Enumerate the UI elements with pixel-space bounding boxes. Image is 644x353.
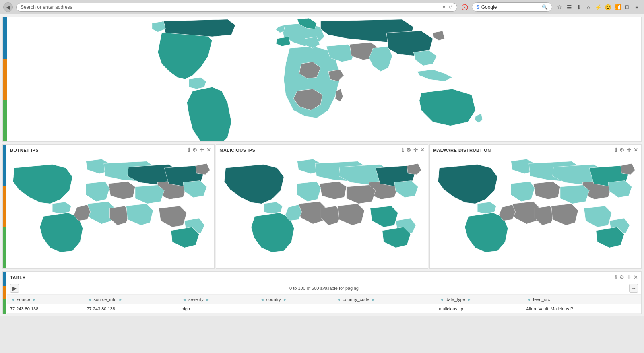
botnet-map-container bbox=[7, 155, 214, 266]
table-close-icon[interactable]: ✕ bbox=[634, 274, 638, 280]
table-inner: TABLE ℹ ⚙ ✛ ✕ ▶ 0 to 100 of 500 availabl… bbox=[7, 272, 641, 314]
col-source-info-label: source_info bbox=[93, 297, 116, 302]
cell-source: 77.243.80.138 bbox=[7, 304, 83, 314]
malware-close-icon[interactable]: ✕ bbox=[634, 147, 638, 153]
botnet-bar-blue bbox=[3, 145, 6, 186]
search-engine-label: Google bbox=[481, 4, 540, 10]
top-map-panel bbox=[2, 17, 642, 142]
col-severity[interactable]: ◄ severity ► bbox=[178, 295, 256, 304]
table-info-icon[interactable]: ℹ bbox=[615, 274, 617, 280]
malicious-title: MALICIOUS IPS bbox=[219, 148, 255, 153]
table-panel-header: TABLE ℹ ⚙ ✛ ✕ bbox=[7, 272, 641, 282]
search-bar[interactable]: S Google 🔍 bbox=[472, 2, 552, 12]
col-source-label: source bbox=[17, 297, 30, 302]
malware-title: MALWARE DISTRUBTION bbox=[433, 148, 491, 153]
col-source[interactable]: ◄ source ► bbox=[7, 295, 83, 304]
maps-row: BOTNET IPS ℹ ⚙ ✛ ✕ bbox=[2, 144, 642, 269]
table-bar-blue bbox=[3, 272, 6, 286]
top-world-map-svg bbox=[8, 17, 641, 141]
malware-map-svg bbox=[430, 155, 641, 266]
malware-move-icon[interactable]: ✛ bbox=[627, 147, 631, 153]
data-type-sort-left: ◄ bbox=[440, 297, 444, 302]
col-country-code-label: country_code bbox=[343, 297, 369, 302]
malware-map-container bbox=[430, 155, 641, 266]
col-country[interactable]: ◄ country ► bbox=[256, 295, 333, 304]
botnet-move-icon[interactable]: ✛ bbox=[200, 147, 204, 153]
color-bar-orange bbox=[3, 59, 7, 100]
col-feed-src[interactable]: ◄ feed_src bbox=[523, 295, 641, 304]
malicious-ips-panel: MALICIOUS IPS ℹ ⚙ ✛ ✕ bbox=[216, 144, 428, 269]
screen-icon[interactable]: 🖥 bbox=[623, 3, 631, 11]
malicious-close-icon[interactable]: ✕ bbox=[420, 147, 425, 153]
bookmark-icon[interactable]: ☆ bbox=[555, 3, 564, 11]
col-country-label: country bbox=[266, 297, 281, 302]
data-type-sort-right: ► bbox=[467, 297, 471, 302]
malicious-map-container bbox=[216, 155, 427, 266]
network-icon[interactable]: ⚡ bbox=[594, 3, 602, 11]
malware-dist-panel: MALWARE DISTRUBTION ℹ ⚙ ✛ ✕ bbox=[429, 144, 642, 269]
malicious-info-icon[interactable]: ℹ bbox=[402, 147, 404, 153]
botnet-bar-orange bbox=[3, 186, 6, 227]
feed-src-sort-left: ◄ bbox=[527, 297, 531, 302]
table-title: TABLE bbox=[10, 275, 25, 280]
malicious-map-svg bbox=[216, 155, 427, 266]
botnet-panel-icons: ℹ ⚙ ✛ ✕ bbox=[188, 147, 211, 153]
country-code-sort-left: ◄ bbox=[337, 297, 341, 302]
malware-settings-icon[interactable]: ⚙ bbox=[619, 147, 624, 153]
table-prev-button[interactable]: ▶ bbox=[10, 284, 19, 293]
table-next-button[interactable]: → bbox=[629, 284, 638, 293]
severity-sort-left: ◄ bbox=[182, 297, 186, 302]
cell-severity: high bbox=[178, 304, 256, 314]
cell-country_code bbox=[333, 304, 436, 314]
source-sort-right-icon: ► bbox=[32, 297, 36, 302]
table-bar-green bbox=[3, 299, 6, 314]
color-bar-blue bbox=[3, 17, 7, 59]
col-severity-label: severity bbox=[188, 297, 204, 302]
malicious-settings-icon[interactable]: ⚙ bbox=[406, 147, 411, 153]
history-icon[interactable]: ☰ bbox=[565, 3, 573, 11]
address-bar[interactable]: Search or enter address ▼ ↺ bbox=[16, 3, 457, 12]
nav-back-button[interactable]: ◀ bbox=[3, 2, 13, 12]
main-content: BOTNET IPS ℹ ⚙ ✛ ✕ bbox=[0, 14, 644, 316]
malware-panel-icons: ℹ ⚙ ✛ ✕ bbox=[615, 147, 638, 153]
cell-source_info: 77.243.80.138 bbox=[83, 304, 178, 314]
address-text: Search or enter address bbox=[21, 4, 72, 10]
botnet-close-icon[interactable]: ✕ bbox=[206, 147, 211, 153]
rss-icon[interactable]: 📶 bbox=[613, 3, 621, 11]
table-panel-icons: ℹ ⚙ ✛ ✕ bbox=[615, 274, 638, 280]
search-icon: 🔍 bbox=[542, 4, 548, 10]
botnet-info-icon[interactable]: ℹ bbox=[188, 147, 190, 153]
cell-data_type: malicious_ip bbox=[436, 304, 523, 314]
stop-icon[interactable]: 🚫 bbox=[460, 3, 469, 11]
table-move-icon[interactable]: ✛ bbox=[627, 274, 631, 280]
source-sort-icon: ◄ bbox=[11, 297, 15, 302]
cell-feed_src: Alien_Vault_MaliciousIP bbox=[523, 304, 641, 314]
botnet-ips-panel: BOTNET IPS ℹ ⚙ ✛ ✕ bbox=[2, 144, 215, 269]
country-code-sort-right: ► bbox=[372, 297, 376, 302]
botnet-color-bar bbox=[3, 145, 6, 268]
source-info-sort-right: ► bbox=[118, 297, 122, 302]
table-settings-icon[interactable]: ⚙ bbox=[619, 274, 624, 280]
col-source-info[interactable]: ◄ source_info ► bbox=[83, 295, 178, 304]
country-sort-left: ◄ bbox=[260, 297, 264, 302]
browser-chrome: ◀ Search or enter address ▼ ↺ 🚫 S Google… bbox=[0, 0, 644, 14]
malicious-move-icon[interactable]: ✛ bbox=[413, 147, 418, 153]
botnet-map-svg bbox=[7, 155, 214, 266]
malware-panel-header: MALWARE DISTRUBTION ℹ ⚙ ✛ ✕ bbox=[430, 145, 641, 155]
source-info-sort-left: ◄ bbox=[87, 297, 91, 302]
reload-icon[interactable]: ↺ bbox=[449, 4, 453, 10]
download-icon[interactable]: ⬇ bbox=[575, 3, 583, 11]
table-panel: TABLE ℹ ⚙ ✛ ✕ ▶ 0 to 100 of 500 availabl… bbox=[2, 271, 642, 314]
malicious-panel-header: MALICIOUS IPS ℹ ⚙ ✛ ✕ bbox=[216, 145, 427, 155]
country-sort-right: ► bbox=[283, 297, 287, 302]
home-icon[interactable]: ⌂ bbox=[584, 3, 592, 11]
menu-icon[interactable]: ≡ bbox=[633, 3, 641, 11]
table-row: 77.243.80.13877.243.80.138highmalicious_… bbox=[7, 304, 641, 314]
top-panel-color-bar bbox=[3, 17, 7, 141]
col-data-type[interactable]: ◄ data_type ► bbox=[436, 295, 523, 304]
table-header-row: ◄ source ► ◄ source_info ► ◄ severity bbox=[7, 295, 641, 304]
malware-info-icon[interactable]: ℹ bbox=[615, 147, 617, 153]
botnet-title: BOTNET IPS bbox=[10, 148, 39, 153]
col-country-code[interactable]: ◄ country_code ► bbox=[333, 295, 436, 304]
botnet-settings-icon[interactable]: ⚙ bbox=[192, 147, 197, 153]
